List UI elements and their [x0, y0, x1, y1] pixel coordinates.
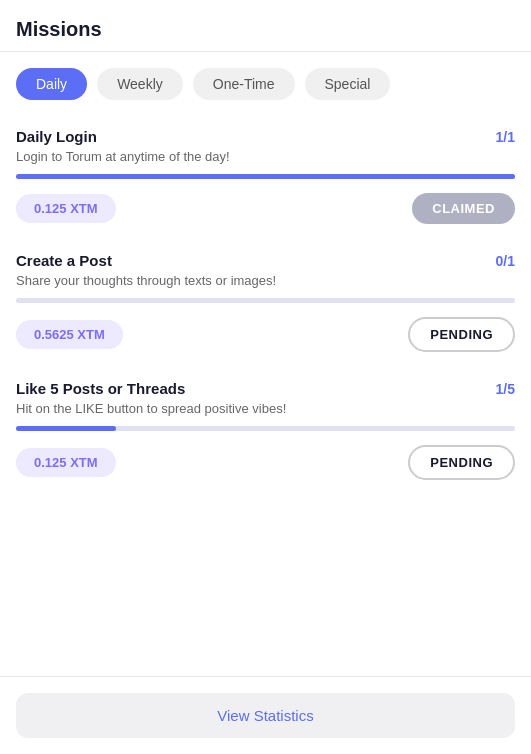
progress-bar-container-daily-login	[16, 174, 515, 179]
progress-bar-fill-like-posts	[16, 426, 116, 431]
mission-footer-like-posts: 0.125 XTMPENDING	[16, 445, 515, 480]
mission-header-like-posts: Like 5 Posts or Threads1/5	[16, 380, 515, 397]
mission-progress-text-like-posts: 1/5	[496, 381, 515, 397]
mission-title-daily-login: Daily Login	[16, 128, 97, 145]
tab-weekly[interactable]: Weekly	[97, 68, 183, 100]
page: Missions DailyWeeklyOne-TimeSpecial Dail…	[0, 0, 531, 754]
mission-progress-text-daily-login: 1/1	[496, 129, 515, 145]
view-statistics-button[interactable]: View Statistics	[16, 693, 515, 738]
reward-badge-like-posts: 0.125 XTM	[16, 448, 116, 477]
tab-one-time[interactable]: One-Time	[193, 68, 295, 100]
mission-header-create-a-post: Create a Post0/1	[16, 252, 515, 269]
footer: View Statistics	[0, 676, 531, 754]
page-title: Missions	[16, 18, 102, 40]
status-badge-like-posts[interactable]: PENDING	[408, 445, 515, 480]
tab-daily[interactable]: Daily	[16, 68, 87, 100]
reward-badge-create-a-post: 0.5625 XTM	[16, 320, 123, 349]
header: Missions	[0, 0, 531, 52]
status-badge-daily-login: CLAIMED	[412, 193, 515, 224]
mission-description-like-posts: Hit on the LIKE button to spread positiv…	[16, 401, 515, 416]
reward-badge-daily-login: 0.125 XTM	[16, 194, 116, 223]
mission-footer-daily-login: 0.125 XTMCLAIMED	[16, 193, 515, 224]
tabs-bar: DailyWeeklyOne-TimeSpecial	[0, 52, 531, 112]
mission-title-like-posts: Like 5 Posts or Threads	[16, 380, 185, 397]
progress-bar-fill-daily-login	[16, 174, 515, 179]
mission-description-daily-login: Login to Torum at anytime of the day!	[16, 149, 515, 164]
mission-description-create-a-post: Share your thoughts through texts or ima…	[16, 273, 515, 288]
status-badge-create-a-post[interactable]: PENDING	[408, 317, 515, 352]
mission-footer-create-a-post: 0.5625 XTMPENDING	[16, 317, 515, 352]
mission-item-create-a-post: Create a Post0/1Share your thoughts thro…	[16, 236, 515, 364]
mission-item-like-posts: Like 5 Posts or Threads1/5Hit on the LIK…	[16, 364, 515, 492]
missions-list: Daily Login1/1Login to Torum at anytime …	[0, 112, 531, 676]
progress-bar-container-create-a-post	[16, 298, 515, 303]
tab-special[interactable]: Special	[305, 68, 391, 100]
mission-header-daily-login: Daily Login1/1	[16, 128, 515, 145]
mission-progress-text-create-a-post: 0/1	[496, 253, 515, 269]
mission-title-create-a-post: Create a Post	[16, 252, 112, 269]
mission-item-daily-login: Daily Login1/1Login to Torum at anytime …	[16, 112, 515, 236]
progress-bar-container-like-posts	[16, 426, 515, 431]
